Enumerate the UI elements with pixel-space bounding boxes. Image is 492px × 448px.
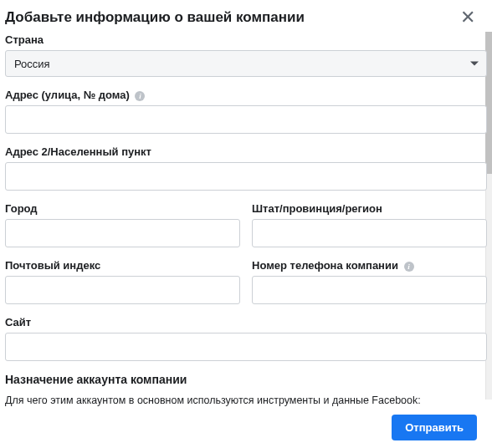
address1-label-text: Адрес (улица, № дома) [5,89,130,101]
field-country: Страна Россия [5,33,487,77]
postal-input[interactable] [5,276,240,304]
field-city: Город [5,202,240,247]
info-icon[interactable]: i [404,262,414,272]
close-icon: ✕ [460,7,475,28]
field-address2: Адрес 2/Населенный пункт [5,145,487,191]
field-phone: Номер телефона компании i [252,259,487,304]
website-input[interactable] [5,333,487,361]
website-label: Сайт [5,316,487,328]
field-address1: Адрес (улица, № дома) i [5,89,487,134]
city-label: Город [5,202,240,215]
field-state: Штат/провинция/регион [252,202,487,247]
modal-body: Страна Россия Адрес (улица, № дома) i Ад… [0,33,492,408]
state-label: Штат/провинция/регион [252,202,487,215]
address1-input[interactable] [5,105,487,134]
country-select[interactable]: Россия [5,50,487,77]
field-website: Сайт [5,316,487,361]
info-icon[interactable]: i [135,91,145,101]
modal-header: Добавьте информацию о вашей компании ✕ [0,0,492,33]
close-button[interactable]: ✕ [457,8,479,27]
phone-input[interactable] [252,276,487,304]
phone-label: Номер телефона компании i [252,259,487,272]
modal-footer: Отправить [0,407,492,448]
country-label: Страна [5,33,487,46]
address2-input[interactable] [5,162,487,191]
postal-label: Почтовый индекс [5,259,240,272]
purpose-helper: Для чего этим аккаунтом в основном испол… [5,395,487,406]
field-postal: Почтовый индекс [5,259,240,304]
address2-label: Адрес 2/Населенный пункт [5,145,487,158]
modal-title: Добавьте информацию о вашей компании [5,9,305,26]
phone-label-text: Номер телефона компании [252,259,398,272]
country-select-wrap: Россия [5,50,487,77]
submit-button[interactable]: Отправить [392,415,477,440]
state-input[interactable] [252,219,487,247]
address1-label: Адрес (улица, № дома) i [5,89,487,101]
purpose-heading: Назначение аккаунта компании [5,373,487,386]
city-input[interactable] [5,219,240,247]
